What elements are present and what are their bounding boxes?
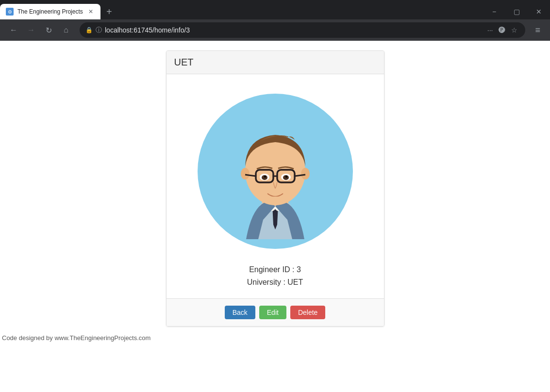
bookmark-icon[interactable]: ☆ xyxy=(509,25,519,35)
tab-bar: The Engineering Projects ✕ + − ▢ ✕ xyxy=(0,0,550,19)
avatar-circle xyxy=(198,94,353,249)
forward-button[interactable]: → xyxy=(23,22,39,38)
security-icon: 🔒 xyxy=(85,27,93,33)
avatar-illustration xyxy=(207,98,343,244)
card-header: UET xyxy=(167,51,384,74)
edit-button[interactable]: Edit xyxy=(259,306,286,319)
refresh-button[interactable]: ↻ xyxy=(41,22,56,38)
home-icon: ⌂ xyxy=(64,26,68,34)
back-action-button[interactable]: Back xyxy=(225,306,255,319)
more-options-icon[interactable]: ··· xyxy=(485,25,495,35)
pocket-icon[interactable]: 🅟 xyxy=(497,25,507,35)
card-title: UET xyxy=(174,57,194,67)
tab-close-button[interactable]: ✕ xyxy=(87,8,95,16)
home-button[interactable]: ⌂ xyxy=(58,22,74,38)
info-icon: ⓘ xyxy=(96,26,102,34)
page-content: UET xyxy=(0,41,550,392)
back-icon: ← xyxy=(10,26,17,34)
navigation-bar: ← → ↻ ⌂ 🔒 ⓘ localhost:61745/home/info/3 … xyxy=(0,19,550,41)
tab-title: The Engineering Projects xyxy=(17,8,83,15)
minimize-button[interactable]: − xyxy=(483,2,505,21)
maximize-button[interactable]: ▢ xyxy=(505,2,528,21)
refresh-icon: ↻ xyxy=(46,26,52,35)
back-button[interactable]: ← xyxy=(6,22,21,38)
close-button[interactable]: ✕ xyxy=(528,2,550,21)
browser-menu-button[interactable]: ≡ xyxy=(531,23,544,37)
forward-icon: → xyxy=(27,26,35,34)
engineer-card: UET xyxy=(166,50,384,327)
address-bar[interactable]: 🔒 ⓘ localhost:61745/home/info/3 ··· 🅟 ☆ xyxy=(80,22,525,38)
svg-point-2 xyxy=(241,168,250,180)
engineer-id-text: Engineer ID : 3 xyxy=(249,265,301,274)
active-tab[interactable]: The Engineering Projects ✕ xyxy=(0,4,100,19)
footer-credit: Code designed by www.TheEngineeringProje… xyxy=(0,334,550,342)
card-footer: Back Edit Delete xyxy=(167,299,384,326)
delete-button[interactable]: Delete xyxy=(290,306,325,319)
url-text: localhost:61745/home/info/3 xyxy=(105,26,483,34)
browser-chrome: The Engineering Projects ✕ + − ▢ ✕ ← → ↻ xyxy=(0,0,550,41)
svg-point-15 xyxy=(267,196,284,204)
svg-point-3 xyxy=(301,168,310,180)
window-controls: − ▢ ✕ xyxy=(483,2,550,21)
university-text: University : UET xyxy=(247,278,303,287)
svg-point-14 xyxy=(285,176,287,178)
svg-point-13 xyxy=(264,176,266,178)
card-body: Engineer ID : 3 University : UET xyxy=(167,74,384,299)
address-actions: ··· 🅟 ☆ xyxy=(485,25,520,35)
new-tab-button[interactable]: + xyxy=(102,5,116,18)
tab-favicon-icon xyxy=(6,8,14,16)
